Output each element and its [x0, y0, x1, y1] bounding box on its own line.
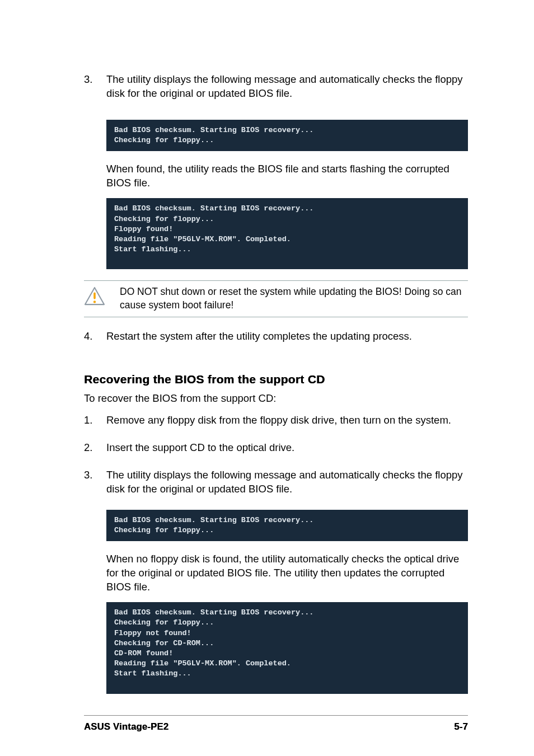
footer-product: ASUS Vintage-PE2 [84, 720, 168, 732]
step-4-body: Restart the system after the utility com… [106, 330, 468, 353]
step-3: 3. The utility displays the following me… [84, 73, 468, 110]
svg-rect-1 [93, 293, 96, 299]
cd-step-2-body: Insert the support CD to the optical dri… [106, 441, 468, 464]
cd-step-1-number: 1. [84, 414, 106, 436]
cd-step-3: 3. The utility displays the following me… [84, 468, 468, 505]
cd-step-1-body: Remove any floppy disk from the floppy d… [106, 414, 468, 436]
step-3-number: 3. [84, 73, 106, 110]
cd-step-3-number: 3. [84, 468, 106, 505]
callout-warning: DO NOT shut down or reset the system whi… [84, 280, 468, 317]
code-block-2: Bad BIOS checksum. Starting BIOS recover… [106, 198, 468, 269]
cd-step-2-text: Insert the support CD to the optical dri… [106, 441, 468, 455]
cd-step-3-body: The utility displays the following messa… [106, 468, 468, 505]
footer-row: ASUS Vintage-PE2 5-7 [84, 720, 468, 732]
cd-intro-line: To recover the BIOS from the support CD: [84, 392, 468, 406]
step-3-body: The utility displays the following messa… [106, 73, 468, 110]
section-heading-recover-cd: Recovering the BIOS from the support CD [84, 372, 468, 387]
callout-rule-bottom [84, 317, 468, 317]
code-block-1: Bad BIOS checksum. Starting BIOS recover… [106, 120, 468, 151]
callout-text: DO NOT shut down or reset the system whi… [118, 285, 468, 312]
code-block-3: Bad BIOS checksum. Starting BIOS recover… [106, 510, 468, 541]
warning-icon [84, 287, 105, 306]
found-paragraph: When found, the utility reads the BIOS f… [106, 162, 468, 190]
warning-icon-cell [84, 285, 118, 306]
code-block-4: Bad BIOS checksum. Starting BIOS recover… [106, 602, 468, 694]
svg-point-2 [93, 301, 96, 303]
footer-page-number: 5-7 [454, 720, 468, 732]
step-4: 4. Restart the system after the utility … [84, 330, 468, 353]
no-floppy-paragraph: When no floppy disk is found, the utilit… [106, 552, 468, 594]
step-4-text: Restart the system after the utility com… [106, 330, 468, 344]
callout-row: DO NOT shut down or reset the system whi… [84, 281, 468, 316]
cd-step-2-number: 2. [84, 441, 106, 464]
page-footer: ASUS Vintage-PE2 5-7 [84, 715, 468, 732]
cd-step-1-text: Remove any floppy disk from the floppy d… [106, 414, 468, 428]
cd-step-1: 1. Remove any floppy disk from the flopp… [84, 414, 468, 436]
step-3-text: The utility displays the following messa… [106, 73, 468, 101]
cd-step-2: 2. Insert the support CD to the optical … [84, 441, 468, 464]
footer-rule [84, 715, 468, 716]
cd-steps-list: 1. Remove any floppy disk from the flopp… [84, 414, 468, 505]
cd-step-3-text: The utility displays the following messa… [106, 468, 468, 496]
step-4-number: 4. [84, 330, 106, 353]
